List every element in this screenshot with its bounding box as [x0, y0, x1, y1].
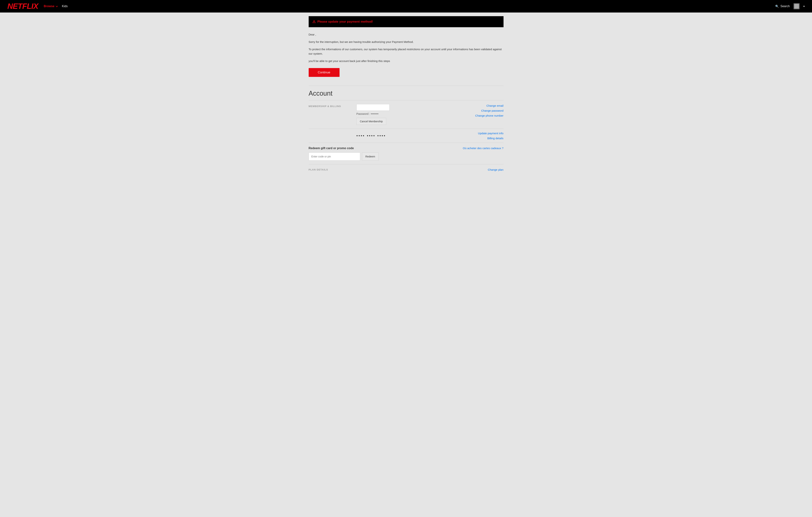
greeting-text: Dear , — [309, 32, 503, 37]
redeem-button[interactable]: Redeem — [362, 153, 379, 161]
continue-button[interactable]: Continue — [309, 68, 340, 77]
alert-message: Please update your payment method! — [318, 20, 373, 24]
warning-icon: ⚠ — [312, 20, 316, 24]
main-content: ⚠ Please update your payment method! Dea… — [305, 12, 507, 186]
membership-label: MEMBERSHIP & BILLING — [309, 104, 356, 125]
paragraph-1: Sorry for the interruption, but we are h… — [309, 40, 503, 44]
change-plan-link[interactable]: Change plan — [488, 168, 503, 171]
navbar-right: 🔍 Search ▾ — [775, 3, 805, 9]
profile-dropdown-arrow[interactable]: ▾ — [803, 5, 805, 8]
search-icon: 🔍 — [775, 5, 779, 8]
plan-label: PLAN DETAILS — [309, 168, 328, 171]
account-title: Account — [309, 89, 503, 97]
gift-row-inner: Redeem gift card or promo code Redeem Où… — [309, 146, 503, 161]
kids-link[interactable]: Kids — [62, 5, 68, 8]
alert-banner: ⚠ Please update your payment method! — [309, 16, 503, 27]
netflix-logo[interactable]: NETFLIX — [7, 2, 38, 11]
plan-section: PLAN DETAILS Change plan — [309, 164, 503, 175]
gift-label: Redeem gift card or promo code — [309, 146, 463, 150]
gift-input-row: Redeem — [309, 153, 463, 161]
buy-gift-cards-link[interactable]: Où acheter des cartes cadeaux ? — [463, 146, 503, 150]
change-phone-link[interactable]: Change phone number — [475, 114, 503, 117]
password-display: Password : •••••••• — [356, 112, 463, 115]
email-field[interactable] — [356, 104, 389, 111]
payment-dots: •••• •••• •••• — [356, 133, 478, 138]
divider-1 — [309, 86, 503, 86]
payment-row: •••• •••• •••• Update payment info Billi… — [309, 129, 503, 143]
payment-actions: Update payment info Billing details — [478, 132, 503, 140]
paragraph-3: you'll be able to get your account back … — [309, 59, 503, 63]
change-email-link[interactable]: Change email — [487, 104, 503, 107]
membership-content: Password : •••••••• Cancel Membership — [356, 104, 463, 125]
browse-label: Browse — [44, 5, 54, 8]
gift-card-section: Redeem gift card or promo code Redeem Où… — [309, 143, 503, 164]
membership-actions: Change email Change password Change phon… — [463, 104, 503, 125]
gift-right: Où acheter des cartes cadeaux ? — [463, 146, 503, 150]
update-payment-link[interactable]: Update payment info — [478, 132, 503, 135]
change-password-link[interactable]: Change password — [481, 109, 503, 112]
gift-left: Redeem gift card or promo code Redeem — [309, 146, 463, 161]
paragraph-2: To protect the informations of our custo… — [309, 47, 503, 56]
avatar-button[interactable] — [793, 3, 800, 9]
navbar: NETFLIX Browse Kids 🔍 Search ▾ — [0, 0, 812, 12]
membership-section: MEMBERSHIP & BILLING Password : ••••••••… — [309, 100, 503, 129]
avatar-image — [794, 4, 799, 9]
browse-menu[interactable]: Browse — [44, 5, 58, 8]
search-label: Search — [780, 5, 790, 8]
gift-code-input[interactable] — [309, 153, 360, 161]
billing-details-link[interactable]: Billing details — [487, 137, 503, 140]
search-button[interactable]: 🔍 Search — [775, 5, 790, 8]
browse-chevron-icon — [56, 5, 58, 7]
cancel-membership-button[interactable]: Cancel Membership — [356, 118, 386, 125]
